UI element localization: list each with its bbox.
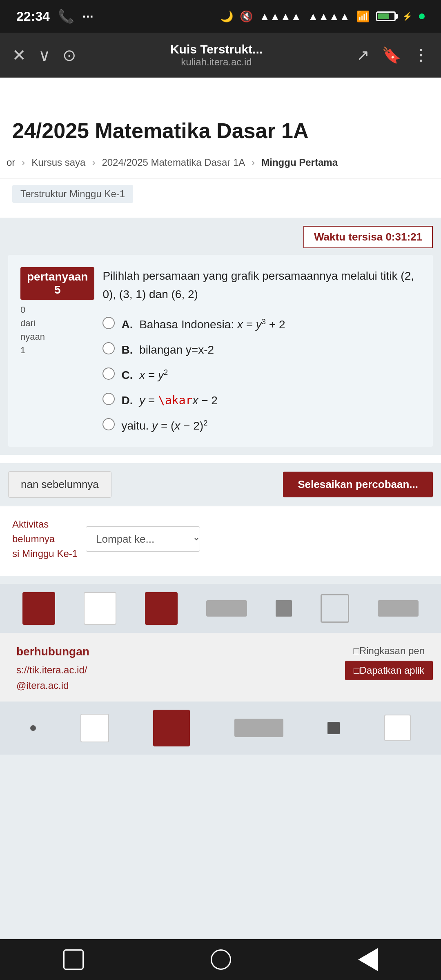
question-number-value: 5 <box>54 283 61 296</box>
dapatkan-button[interactable]: □Dapatkan aplik <box>345 661 433 680</box>
option-a-text: A. Bahasa Indonesia: x = y3 + 2 <box>121 316 285 333</box>
breadcrumb-item-kursus[interactable]: Kursus saya <box>25 154 92 172</box>
option-b-content: bilangan y=x-2 <box>139 343 214 356</box>
breadcrumb-item-or[interactable]: or <box>0 154 22 172</box>
wifi-icon: 📶 <box>356 10 370 23</box>
icon-gray-1 <box>206 600 247 617</box>
phone-icon: 📞 <box>58 9 74 24</box>
breadcrumb-sep-2: › <box>92 157 95 168</box>
option-a: A. Bahasa Indonesia: x = y3 + 2 <box>102 316 421 333</box>
moon-icon: 🌙 <box>220 10 233 23</box>
bottom-nav <box>0 939 441 980</box>
radio-d[interactable] <box>102 393 115 405</box>
breadcrumb-bar: or › Kursus saya › 2024/2025 Matematika … <box>0 147 441 178</box>
radio-b[interactable] <box>102 342 115 354</box>
activity-nav: Aktivitas belumnya si Minggu Ke-1 Lompat… <box>0 506 441 576</box>
bottom-spacer <box>0 755 441 795</box>
signal-icon-2: ▲▲▲▲ <box>308 10 350 23</box>
browser-subtitle: kuliah.itera.ac.id <box>89 56 344 68</box>
option-c: C. x = y2 <box>102 367 421 384</box>
related-right: □Ringkasan pen □Dapatkan aplik <box>345 641 433 680</box>
option-e-content: yaitu. y = (x − 2)2 <box>121 419 207 432</box>
timer-label: Waktu tersisa <box>314 231 383 243</box>
breadcrumb-sep-3: › <box>252 157 255 168</box>
icon-small-1 <box>276 600 292 617</box>
signal-icon-1: ▲▲▲▲ <box>259 10 301 23</box>
icon-small-2 <box>327 722 340 734</box>
icon-outline-4 <box>384 715 411 741</box>
finish-button[interactable]: Selesaikan percobaan... <box>283 472 433 497</box>
question-card: pertanyaan 5 0 dari nyaan 1 Pilihlah per… <box>8 255 433 447</box>
close-button[interactable]: ✕ <box>12 46 26 65</box>
jump-dropdown[interactable]: Lompat ke... <box>86 526 200 552</box>
status-left: 22:34 📞 ··· <box>16 9 94 24</box>
more-menu-button[interactable]: ⋮ <box>413 46 429 64</box>
question-text: Pilihlah persamaan yang grafik persamaan… <box>102 267 421 304</box>
icon-outline-3 <box>80 714 109 742</box>
timer-badge: Waktu tersisa 0:31:21 <box>303 226 433 248</box>
activity-label-1: Aktivitas <box>12 519 78 530</box>
related-area: berhubungan s://tik.itera.ac.id/ @itera.… <box>0 633 441 702</box>
footer-area: berhubungan s://tik.itera.ac.id/ @itera.… <box>0 576 441 804</box>
question-number-label: pertanyaan <box>27 270 88 283</box>
question-meta-1: 1 <box>20 343 94 357</box>
bottom-icon-row-1 <box>0 584 441 633</box>
nav-buttons: nan sebelumnya Selesaikan percobaan... <box>0 463 441 506</box>
time-display: 22:34 <box>16 9 50 24</box>
page-content: 24/2025 Matematika Dasar 1A or › Kursus … <box>0 98 441 576</box>
status-dot <box>419 13 425 19</box>
timer-box: Waktu tersisa 0:31:21 <box>8 226 433 248</box>
option-d-content: y = \akarx − 2 <box>139 394 218 407</box>
activity-nav-row: Aktivitas belumnya si Minggu Ke-1 Lompat… <box>12 519 429 559</box>
latex-error: \akar <box>158 394 192 407</box>
question-meta-0: 0 <box>20 303 94 316</box>
option-c-text: C. x = y2 <box>121 367 168 384</box>
browser-title: Kuis Terstrukt... <box>89 42 344 56</box>
timer-value: 0:31:21 <box>385 231 422 243</box>
share-button[interactable]: ↗ <box>356 46 370 64</box>
option-d-text: D. y = \akarx − 2 <box>121 392 217 409</box>
option-e: yaitu. y = (x − 2)2 <box>102 417 421 434</box>
browser-actions: ↗ 🔖 ⋮ <box>356 46 429 64</box>
nav-home-button[interactable] <box>211 949 231 970</box>
chevron-down-button[interactable]: ∨ <box>38 46 50 65</box>
dot-icon <box>30 725 36 731</box>
option-d: D. y = \akarx − 2 <box>102 392 421 409</box>
quiz-container: Waktu tersisa 0:31:21 pertanyaan 5 0 dar… <box>0 218 441 455</box>
white-gap <box>0 78 441 98</box>
nav-back-button[interactable] <box>358 948 378 971</box>
radio-c[interactable] <box>102 368 115 380</box>
option-d-label: D. <box>121 394 133 407</box>
option-b-label: B. <box>121 343 133 356</box>
breadcrumb-item-minggu[interactable]: Minggu Pertama <box>255 154 344 172</box>
bottom-icon-row-2 <box>0 702 441 755</box>
option-e-text: yaitu. y = (x − 2)2 <box>121 417 207 434</box>
status-right: 🌙 🔇 ▲▲▲▲ ▲▲▲▲ 📶 ⚡ <box>220 10 425 23</box>
bookmark-button[interactable]: 🔖 <box>382 46 401 64</box>
berhubungan-text: berhubungan <box>8 641 98 662</box>
page-header: 24/2025 Matematika Dasar 1A <box>0 98 441 147</box>
browser-title-area: Kuis Terstrukt... kuliah.itera.ac.id <box>89 42 344 68</box>
activity-label-3[interactable]: si Minggu Ke-1 <box>12 548 78 559</box>
tabs-button[interactable]: ⊙ <box>62 46 76 65</box>
option-c-content: x = y2 <box>139 369 168 381</box>
charging-icon: ⚡ <box>402 11 412 21</box>
icon-gray-2 <box>378 600 419 617</box>
browser-bar: ✕ ∨ ⊙ Kuis Terstrukt... kuliah.itera.ac.… <box>0 33 441 78</box>
page-title: 24/2025 Matematika Dasar 1A <box>12 110 429 147</box>
sub-breadcrumb-tag: Terstruktur Minggu Ke-1 <box>12 185 133 203</box>
more-icon: ··· <box>82 9 94 24</box>
radio-a[interactable] <box>102 317 115 329</box>
icon-gray-3 <box>234 719 283 737</box>
question-meta-nyaan: nyaan <box>20 330 94 343</box>
previous-button[interactable]: nan sebelumnya <box>8 471 111 498</box>
link-text[interactable]: s://tik.itera.ac.id/ <box>8 662 98 678</box>
option-a-content: Bahasa Indonesia: x = y3 + 2 <box>139 318 285 331</box>
breadcrumb-item-course[interactable]: 2024/2025 Matematika Dasar 1A <box>95 154 252 172</box>
activity-label-2: belumnya <box>12 533 78 545</box>
radio-e[interactable] <box>102 418 115 430</box>
nav-square-button[interactable] <box>63 949 84 970</box>
activity-nav-links: Aktivitas belumnya si Minggu Ke-1 <box>12 519 78 559</box>
question-meta-dari: dari <box>20 316 94 330</box>
option-b-text: B. bilangan y=x-2 <box>121 341 214 359</box>
